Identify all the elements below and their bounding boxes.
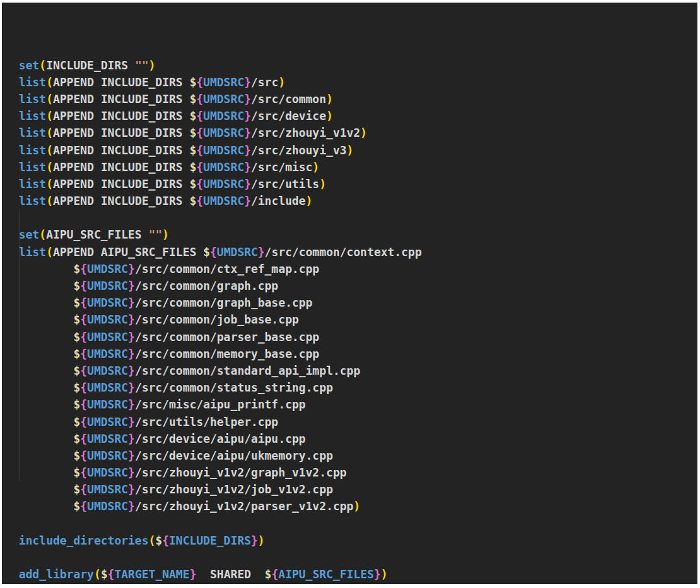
code-token: ): [320, 178, 327, 191]
code-line[interactable]: [19, 549, 697, 566]
code-token: [19, 398, 73, 411]
code-token: ): [326, 110, 333, 123]
code-token: UMDSRC: [87, 483, 128, 496]
code-token: $: [156, 534, 163, 547]
code-area[interactable]: set(INCLUDE_DIRS "")list(APPEND INCLUDE_…: [2, 3, 697, 584]
code-token: $: [73, 500, 80, 513]
code-token: TARGET_NAME: [115, 568, 190, 581]
code-line[interactable]: ${UMDSRC}/src/common/graph_base.cpp: [19, 294, 697, 311]
code-line[interactable]: list(APPEND AIPU_SRC_FILES ${UMDSRC}/src…: [19, 244, 697, 261]
code-token: [19, 416, 73, 429]
code-token: UMDSRC: [87, 449, 128, 462]
code-line[interactable]: list(APPEND INCLUDE_DIRS ${UMDSRC}/src/z…: [19, 124, 697, 141]
code-line[interactable]: ${UMDSRC}/src/device/aipu/ukmemory.cpp: [19, 447, 697, 464]
code-line[interactable]: ${UMDSRC}/src/zhouyi_v1v2/graph_v1v2.cpp: [19, 464, 697, 481]
code-line[interactable]: list(APPEND INCLUDE_DIRS ${UMDSRC}/src/d…: [19, 108, 697, 124]
indent-guide: [19, 209, 19, 481]
code-token: UMDSRC: [87, 313, 128, 326]
code-line[interactable]: [19, 583, 697, 584]
code-line[interactable]: ${UMDSRC}/src/device/aipu/aipu.cpp: [19, 430, 697, 447]
code-line[interactable]: ${UMDSRC}/src/zhouyi_v1v2/job_v1v2.cpp: [19, 481, 697, 498]
code-line[interactable]: ${UMDSRC}/src/common/graph.cpp: [19, 277, 697, 294]
code-token: $: [73, 483, 80, 496]
code-token: /src/device: [251, 110, 326, 123]
code-token: $: [189, 161, 196, 174]
code-token: {: [196, 76, 204, 89]
code-token: /include: [251, 194, 305, 207]
code-line[interactable]: ${UMDSRC}/src/zhouyi_v1v2/parser_v1v2.cp…: [19, 498, 697, 515]
code-token: }: [128, 279, 135, 292]
code-line[interactable]: list(APPEND INCLUDE_DIRS ${UMDSRC}/src): [19, 74, 697, 91]
code-token: $: [189, 144, 196, 157]
code-line[interactable]: list(APPEND INCLUDE_DIRS ${UMDSRC}/src/u…: [19, 176, 697, 193]
code-line[interactable]: ${UMDSRC}/src/common/parser_base.cpp: [19, 329, 697, 346]
code-line[interactable]: set(AIPU_SRC_FILES ""): [19, 226, 697, 243]
code-token: $: [73, 416, 80, 429]
code-token: $: [189, 194, 196, 207]
code-token: $: [73, 398, 80, 411]
code-token: /src/device/aipu/ukmemory.cpp: [135, 449, 333, 462]
code-token: INCLUDE_DIRS: [46, 59, 135, 72]
code-line[interactable]: list(APPEND INCLUDE_DIRS ${UMDSRC}/src/z…: [19, 142, 697, 159]
code-token: $: [73, 449, 80, 462]
code-token: ): [258, 534, 265, 547]
code-token: (: [46, 126, 53, 139]
code-token: }: [244, 110, 251, 123]
code-token: UMDSRC: [204, 76, 244, 89]
code-line[interactable]: add_library(${TARGET_NAME} SHARED ${AIPU…: [19, 566, 697, 583]
code-token: {: [80, 279, 88, 292]
code-token: $: [73, 279, 80, 292]
code-token: ): [312, 161, 320, 174]
code-token: AIPU_SRC_FILES: [46, 228, 148, 241]
code-token: (: [40, 228, 47, 241]
code-token: ): [162, 228, 169, 241]
code-line[interactable]: list(APPEND INCLUDE_DIRS ${UMDSRC}/inclu…: [19, 193, 697, 209]
code-token: /src/utils/helper.cpp: [135, 416, 278, 429]
code-token: APPEND INCLUDE_DIRS: [53, 110, 190, 123]
code-line[interactable]: ${UMDSRC}/src/common/ctx_ref_map.cpp: [19, 261, 697, 277]
code-token: list: [19, 110, 46, 123]
code-token: {: [80, 432, 88, 445]
code-token: $: [189, 178, 196, 191]
code-token: UMDSRC: [87, 347, 128, 360]
code-line[interactable]: ${UMDSRC}/src/common/memory_base.cpp: [19, 346, 697, 362]
code-token: /src/misc: [251, 161, 312, 174]
code-line[interactable]: list(APPEND INCLUDE_DIRS ${UMDSRC}/src/m…: [19, 159, 697, 176]
code-token: }: [251, 534, 258, 547]
code-token: APPEND INCLUDE_DIRS: [53, 178, 190, 191]
code-token: /src/utils: [251, 178, 319, 191]
code-token: $: [73, 331, 80, 344]
code-token: [19, 432, 73, 445]
code-token: list: [19, 144, 46, 157]
code-token: [19, 483, 73, 496]
code-token: /src/common/parser_base.cpp: [135, 331, 319, 344]
code-token: SHARED: [196, 568, 264, 581]
code-token: (: [148, 534, 156, 547]
code-token: [19, 449, 73, 462]
code-line[interactable]: ${UMDSRC}/src/common/standard_api_impl.c…: [19, 362, 697, 379]
code-token: "": [135, 59, 148, 72]
code-line[interactable]: list(APPEND INCLUDE_DIRS ${UMDSRC}/src/c…: [19, 91, 697, 108]
code-line[interactable]: ${UMDSRC}/src/common/status_string.cpp: [19, 379, 697, 396]
code-token: (: [46, 178, 53, 191]
code-line[interactable]: ${UMDSRC}/src/common/job_base.cpp: [19, 311, 697, 328]
code-token: {: [196, 178, 204, 191]
code-token: UMDSRC: [87, 279, 128, 292]
code-token: /src/zhouyi_v1v2/parser_v1v2.cpp: [135, 500, 353, 513]
code-line[interactable]: [19, 515, 697, 532]
code-token: /src/misc/aipu_printf.cpp: [135, 398, 305, 411]
code-line[interactable]: ${UMDSRC}/src/misc/aipu_printf.cpp: [19, 396, 697, 413]
code-token: }: [189, 568, 196, 581]
code-token: UMDSRC: [204, 194, 244, 207]
code-token: UMDSRC: [217, 246, 258, 259]
code-token: }: [128, 432, 135, 445]
code-token: UMDSRC: [87, 500, 128, 513]
code-token: /src/common/graph_base.cpp: [135, 296, 312, 309]
code-line[interactable]: ${UMDSRC}/src/utils/helper.cpp: [19, 414, 697, 430]
code-token: {: [196, 144, 204, 157]
code-line[interactable]: [19, 209, 697, 226]
code-token: (: [46, 246, 53, 259]
code-line[interactable]: include_directories(${INCLUDE_DIRS}): [19, 532, 697, 549]
code-line[interactable]: set(INCLUDE_DIRS ""): [19, 57, 697, 74]
code-token: {: [80, 347, 88, 360]
